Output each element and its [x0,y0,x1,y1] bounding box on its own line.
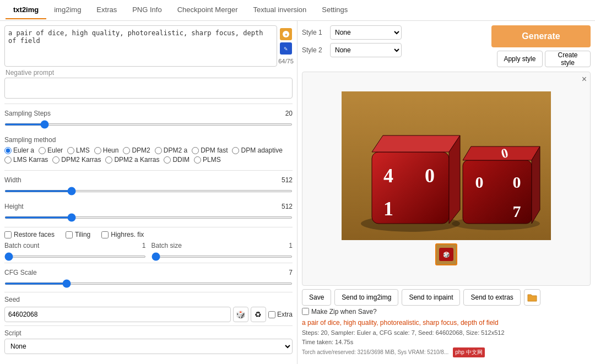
left-panel: a pair of dice, high quality, photoreali… [0,21,298,364]
top-navigation: txt2img img2img Extras PNG Info Checkpoi… [0,0,595,21]
generate-button[interactable]: Generate [491,25,591,47]
apply-style-button[interactable]: Apply style [497,51,543,67]
style2-label: Style 2 [302,46,327,54]
sampling-steps-control: Sampling Steps 20 [4,107,293,129]
method-lms-karras[interactable]: LMS Karras [4,156,48,164]
style1-select[interactable]: None [330,25,402,40]
tab-checkpoint-merger[interactable]: Checkpoint Merger [170,1,246,19]
send-extras-button[interactable]: Send to extras [463,289,520,306]
batch-count-value: 1 [142,242,146,249]
tab-png-info[interactable]: PNG Info [125,1,169,19]
seed-input[interactable] [4,307,231,322]
make-zip-row: Make Zip when Save? [302,308,591,316]
open-folder-button[interactable] [524,289,540,306]
svg-text:✦: ✦ [284,32,288,37]
action-bar: Save Send to img2img Send to inpaint Sen… [302,289,591,306]
prompt-input[interactable]: a pair of dice, high quality, photoreali… [4,25,277,67]
cfg-scale-slider[interactable] [4,282,293,285]
svg-marker-8 [372,135,460,152]
batch-size-label: Batch size [152,242,182,249]
script-section: Script None [4,329,293,354]
batch-size-slider[interactable] [152,256,293,258]
highres-fix-label: Highres. fix [111,231,144,238]
restore-faces-label: Restore faces [14,231,55,238]
token-count: 64/75 [278,58,294,64]
sampling-method-grid: Euler a Euler LMS Heun DPM2 DPM2 a DPM f… [4,146,293,164]
method-dpm2a[interactable]: DPM2 a [155,146,187,154]
thumbnail-item[interactable]: 🎲 [435,243,457,265]
negative-prompt-input[interactable] [4,78,293,99]
seed-row: 🎲 ♻ Extra [4,307,293,322]
seed-section: Seed 🎲 ♻ Extra [4,296,293,322]
cfg-scale-control: CFG Scale 7 [4,267,293,289]
method-euler[interactable]: Euler [39,146,63,154]
save-button[interactable]: Save [302,289,331,306]
paste-icon[interactable]: ✦ [280,28,292,40]
make-zip-checkbox[interactable] [302,308,309,315]
method-dpm2-karras[interactable]: DPM2 Karras [52,156,101,164]
sampling-method-label: Sampling method [4,136,293,144]
method-ddim[interactable]: DDIM [164,156,190,164]
method-heun[interactable]: Heun [94,146,119,154]
method-dpm2[interactable]: DPM2 [123,146,150,154]
image-time-info: Time taken: 14.75s [302,338,353,347]
method-euler-a[interactable]: Euler a [4,146,34,154]
restore-faces-checkbox[interactable]: Restore faces [4,231,55,238]
seed-recycle-button[interactable]: ♻ [251,307,266,322]
height-value: 512 [282,203,293,210]
svg-text:7: 7 [513,202,521,220]
sampling-method-control: Sampling method Euler a Euler LMS Heun D… [4,134,293,166]
script-label: Script [4,329,293,337]
cfg-scale-label: CFG Scale [4,269,37,276]
send-img2img-button[interactable]: Send to img2img [334,289,398,306]
method-plms[interactable]: PLMS [194,156,221,164]
svg-text:0: 0 [475,173,484,191]
height-slider[interactable] [4,216,293,219]
generated-image: 4 0 1 0 0 7 0 [342,91,551,240]
method-dpm-adaptive[interactable]: DPM adaptive [232,146,282,154]
script-select[interactable]: None [4,339,293,354]
edit-icon[interactable]: ✎ [280,42,292,55]
svg-text:4: 4 [383,165,393,187]
width-slider[interactable] [4,190,293,192]
batch-row: Batch count 1 Batch size 1 [4,242,293,259]
width-control: Width 512 [4,174,293,196]
prompt-section: a pair of dice, high quality, photoreali… [4,25,293,67]
svg-text:✎: ✎ [284,46,288,52]
tab-img2img[interactable]: img2img [46,1,89,19]
method-lms[interactable]: LMS [67,146,90,154]
batch-count-control: Batch count 1 [4,242,146,259]
extra-checkbox[interactable]: Extra [268,311,293,318]
svg-text:1: 1 [383,198,393,220]
style2-select[interactable]: None [330,43,402,57]
width-value: 512 [282,176,293,184]
svg-text:0: 0 [513,173,521,191]
method-dpm2a-karras[interactable]: DPM2 a Karras [105,156,159,164]
height-label: Height [4,203,24,210]
create-style-button[interactable]: Create style [545,51,591,67]
sampling-steps-value: 20 [285,110,293,117]
style2-row: Style 2 None [302,43,402,57]
seed-dice-button[interactable]: 🎲 [233,307,248,322]
sampling-steps-slider[interactable] [4,123,293,126]
tiling-checkbox[interactable]: Tiling [66,231,90,238]
method-dpm-fast[interactable]: DPM fast [192,146,228,154]
tab-extras[interactable]: Extras [89,1,125,19]
batch-count-slider[interactable] [4,256,146,258]
tab-textual-inversion[interactable]: Textual inversion [246,1,315,19]
highres-fix-checkbox[interactable]: Highres. fix [101,231,144,238]
cfg-scale-value: 7 [289,269,293,276]
seed-label: Seed [4,296,293,303]
send-inpaint-button[interactable]: Send to inpaint [402,289,460,306]
batch-size-control: Batch size 1 [152,242,293,259]
batch-count-label: Batch count [4,242,39,249]
image-steps-info: Steps: 20, Sampler: Euler a, CFG scale: … [302,328,591,338]
generate-section: Generate Apply style Create style [491,25,591,67]
tab-settings[interactable]: Settings [314,1,355,19]
image-display-area: × [302,72,591,286]
prompt-icons: ✦ ✎ 64/75 [277,25,293,67]
close-button[interactable]: × [582,74,587,84]
tiling-label: Tiling [75,231,90,238]
tab-txt2img[interactable]: txt2img [6,1,46,19]
svg-marker-15 [532,146,540,224]
